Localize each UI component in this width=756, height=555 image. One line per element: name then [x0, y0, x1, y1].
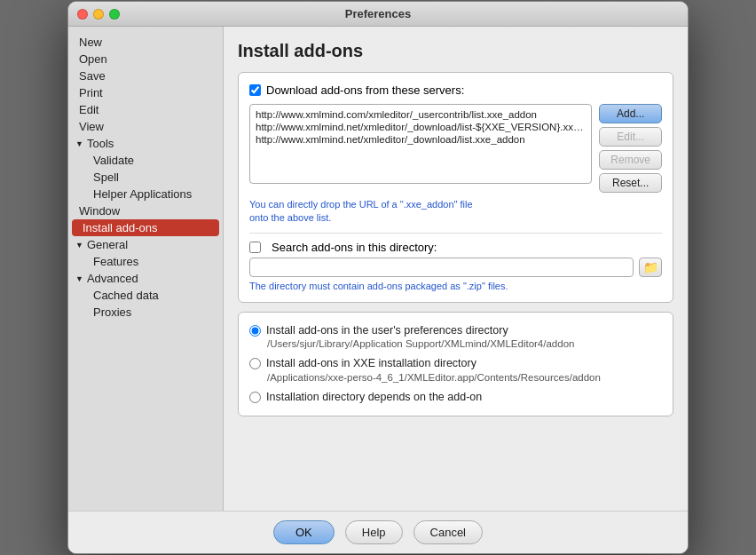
- ok-button[interactable]: OK: [273, 520, 335, 544]
- sidebar-item-window[interactable]: Window: [68, 202, 223, 219]
- folder-icon: 📁: [643, 260, 658, 274]
- server-list-item: http://www.xmlmind.com/xmleditor/_userco…: [254, 108, 587, 121]
- traffic-lights: [77, 9, 120, 20]
- server-checkbox-label: Download add-ons from these servers:: [266, 83, 464, 97]
- server-hint: You can directly drop the URL of a ".xxe…: [249, 198, 662, 226]
- radio-xxe-install-label: Install add-ons in XXE installation dire…: [266, 356, 476, 372]
- sidebar-item-open[interactable]: Open: [68, 51, 223, 67]
- radio-depends[interactable]: [249, 392, 261, 403]
- sidebar-item-proxies[interactable]: Proxies: [68, 304, 223, 321]
- triangle-icon-general: ▼: [75, 241, 83, 250]
- triangle-icon-advanced: ▼: [75, 274, 83, 283]
- titlebar: Preferences: [68, 2, 688, 27]
- install-option-user-prefs: Install add-ons in the user's preference…: [249, 323, 662, 350]
- install-panel: Install add-ons in the user's preference…: [238, 312, 673, 417]
- close-button[interactable]: [77, 9, 88, 20]
- sidebar-item-new[interactable]: New: [68, 34, 223, 51]
- content-area: New Open Save Print Edit View ▼ Tools Va…: [68, 27, 688, 511]
- radio-xxe-install-path: /Applications/xxe-perso-4_6_1/XMLEditor.…: [267, 372, 662, 383]
- main-panel: Install add-ons Download add-ons from th…: [224, 27, 688, 511]
- radio-xxe-install[interactable]: [249, 358, 261, 369]
- sidebar-item-helper-applications[interactable]: Helper Applications: [68, 186, 223, 202]
- server-panel: Download add-ons from these servers: htt…: [238, 72, 673, 303]
- server-list-area: http://www.xmlmind.com/xmleditor/_userco…: [249, 104, 662, 193]
- dir-input-area: 📁: [249, 258, 662, 277]
- sidebar-group-advanced-label: Advanced: [87, 272, 138, 285]
- bottom-bar: OK Help Cancel: [68, 511, 688, 553]
- add-button[interactable]: Add...: [599, 104, 662, 123]
- directory-checkbox-label: Search add-ons in this directory:: [272, 241, 437, 254]
- edit-button[interactable]: Edit...: [599, 127, 662, 147]
- sidebar-item-install-add-ons[interactable]: Install add-ons: [72, 219, 219, 236]
- preferences-window: Preferences New Open Save Print Edit Vie…: [67, 1, 689, 554]
- remove-button[interactable]: Remove: [599, 150, 662, 170]
- radio-row: Install add-ons in the user's preference…: [249, 323, 662, 406]
- server-checkbox[interactable]: [249, 84, 261, 96]
- triangle-icon: ▼: [75, 139, 83, 148]
- radio-user-prefs-path: /Users/sjur/Library/Application Support/…: [267, 338, 662, 349]
- install-option-depends: Installation directory depends on the ad…: [249, 390, 662, 406]
- sidebar-group-general-label: General: [87, 238, 128, 251]
- sidebar-item-features[interactable]: Features: [68, 253, 223, 270]
- server-list[interactable]: http://www.xmlmind.com/xmleditor/_userco…: [249, 104, 592, 184]
- sidebar-group-general[interactable]: ▼ General: [68, 236, 223, 253]
- search-row: Search add-ons in this directory:: [249, 241, 662, 254]
- radio-depends-label: Installation directory depends on the ad…: [266, 390, 482, 406]
- sidebar: New Open Save Print Edit View ▼ Tools Va…: [68, 27, 224, 511]
- window-title: Preferences: [345, 7, 411, 20]
- server-list-item: http://www.xmlmind.net/xmleditor/_downlo…: [254, 121, 587, 133]
- divider: [249, 233, 662, 234]
- sidebar-item-view[interactable]: View: [68, 118, 223, 135]
- directory-checkbox[interactable]: [249, 242, 261, 253]
- sidebar-group-tools[interactable]: ▼ Tools: [68, 135, 223, 152]
- help-button[interactable]: Help: [345, 520, 403, 544]
- server-list-item: http://www.xmlmind.net/xmleditor/_downlo…: [254, 133, 587, 146]
- sidebar-item-validate[interactable]: Validate: [68, 152, 223, 169]
- install-option-xxe: Install add-ons in XXE installation dire…: [249, 356, 662, 383]
- sidebar-item-cached-data[interactable]: Cached data: [68, 287, 223, 304]
- page-title: Install add-ons: [238, 41, 673, 61]
- server-buttons: Add... Edit... Remove Reset...: [599, 104, 662, 193]
- maximize-button[interactable]: [109, 9, 120, 20]
- directory-hint: The directory must contain add-ons packa…: [249, 281, 662, 291]
- minimize-button[interactable]: [93, 9, 104, 20]
- sidebar-item-spell[interactable]: Spell: [68, 169, 223, 186]
- server-checkbox-row: Download add-ons from these servers:: [249, 83, 662, 97]
- reset-button[interactable]: Reset...: [599, 173, 662, 193]
- sidebar-group-tools-label: Tools: [87, 137, 114, 150]
- folder-browse-button[interactable]: 📁: [639, 258, 662, 277]
- sidebar-item-edit[interactable]: Edit: [68, 101, 223, 118]
- cancel-button[interactable]: Cancel: [413, 520, 483, 544]
- radio-user-prefs-label: Install add-ons in the user's preference…: [266, 323, 508, 339]
- sidebar-item-print[interactable]: Print: [68, 84, 223, 101]
- radio-user-prefs[interactable]: [249, 325, 261, 337]
- directory-input[interactable]: [249, 258, 634, 277]
- sidebar-group-advanced[interactable]: ▼ Advanced: [68, 270, 223, 287]
- sidebar-item-save[interactable]: Save: [68, 67, 223, 84]
